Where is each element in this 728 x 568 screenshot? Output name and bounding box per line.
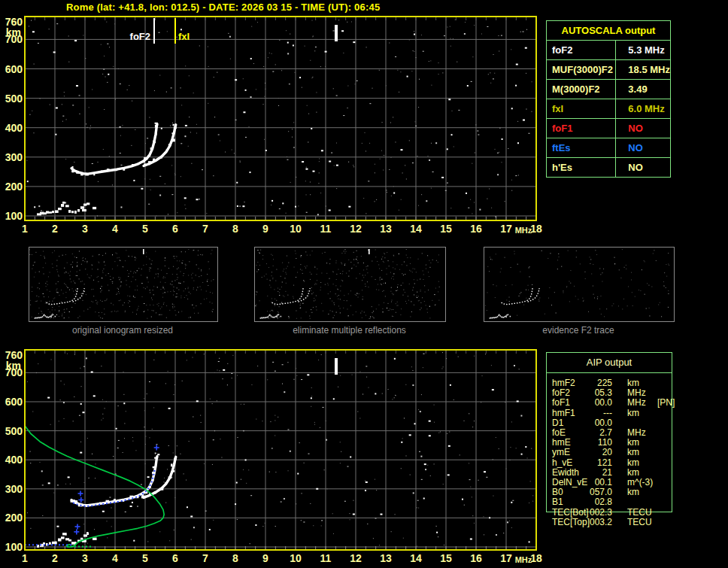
svg-text:12: 12 xyxy=(350,223,362,235)
autoscala-row: fxI6.0 MHz xyxy=(547,99,671,119)
aip-note xyxy=(642,478,672,488)
svg-text:200: 200 xyxy=(5,181,23,193)
aip-param: hmF1 xyxy=(552,409,588,418)
aip-row: h_vE121km xyxy=(547,458,672,468)
svg-text:100: 100 xyxy=(5,541,23,553)
autoscala-row: foF1NO xyxy=(547,119,671,138)
aip-note xyxy=(642,378,672,388)
autoscala-output-table: AUTOSCALA output foF25.3 MHzMUF(3000)F21… xyxy=(546,20,671,178)
svg-text:16: 16 xyxy=(470,223,482,235)
page-title: Rome (lat: +41.8, lon: 012.5) - DATE: 20… xyxy=(66,2,380,13)
aip-note xyxy=(642,448,672,457)
aip-value: 00.0 xyxy=(588,398,612,408)
aip-row: TEC[Top]003.2TECU xyxy=(547,518,672,527)
aip-param: B1 xyxy=(552,497,588,507)
aip-note xyxy=(642,438,672,448)
aip-note xyxy=(642,508,672,518)
autoscala-param: MUF(3000)F2 xyxy=(547,60,616,80)
profile-plot-bottom: 760km70060050040030020010012345678910111… xyxy=(0,345,545,568)
thumbnail-caption-2: eliminate multiple reflections xyxy=(254,325,444,336)
svg-text:15: 15 xyxy=(440,552,452,564)
aip-note xyxy=(642,418,672,428)
aip-unit: MHz xyxy=(612,398,642,408)
aip-row: hmF1---km xyxy=(547,409,672,418)
svg-text:17: 17 xyxy=(500,223,512,235)
autoscala-value: NO xyxy=(616,158,671,178)
aip-note xyxy=(642,488,672,497)
thumbnail-evidence-f2-trace xyxy=(484,247,675,322)
autoscala-row: h'EsNO xyxy=(547,158,671,178)
svg-text:3: 3 xyxy=(82,552,88,564)
aip-unit: TECU xyxy=(612,518,642,527)
svg-text:13: 13 xyxy=(380,223,392,235)
thumbnail-caption-3: evidence F2 trace xyxy=(484,325,673,336)
aip-param: h_vE xyxy=(552,458,588,468)
svg-text:MHz: MHz xyxy=(515,226,532,235)
svg-text:15: 15 xyxy=(440,223,452,235)
autoscala-row: MUF(3000)F218.5 MHz xyxy=(547,60,671,80)
svg-text:8: 8 xyxy=(232,552,238,564)
aip-output-table: AIP output hmF2225kmfoF205.3MHzfoF100.0M… xyxy=(546,352,672,512)
aip-unit xyxy=(612,497,642,507)
aip-value: 20 xyxy=(588,448,612,457)
autoscala-param: h'Es xyxy=(547,158,616,178)
aip-value: 02.8 xyxy=(588,497,612,507)
aip-row: foF100.0MHz[PN] xyxy=(547,398,672,408)
svg-text:18: 18 xyxy=(530,552,542,564)
thumbnail-original-ionogram xyxy=(29,247,218,322)
autoscala-param: foF1 xyxy=(547,119,616,138)
svg-text:12: 12 xyxy=(350,552,362,564)
svg-text:18: 18 xyxy=(530,223,542,235)
aip-unit: km xyxy=(612,448,642,457)
svg-text:400: 400 xyxy=(5,122,23,134)
autoscala-value: NO xyxy=(616,119,671,138)
svg-text:2: 2 xyxy=(52,552,58,564)
svg-text:13: 13 xyxy=(380,552,392,564)
autoscala-value: NO xyxy=(616,138,671,158)
svg-text:300: 300 xyxy=(5,483,23,495)
aip-row: TEC[Bot]002.3TECU xyxy=(547,508,672,518)
svg-text:5: 5 xyxy=(142,552,148,564)
svg-text:4: 4 xyxy=(112,552,118,564)
aip-value: --- xyxy=(588,409,612,418)
autoscala-table-title: AUTOSCALA output xyxy=(547,21,671,41)
svg-text:10: 10 xyxy=(290,552,302,564)
svg-text:14: 14 xyxy=(410,552,422,564)
svg-text:10: 10 xyxy=(290,223,302,235)
aip-param: foF1 xyxy=(552,398,588,408)
autoscala-row: M(3000)F23.49 xyxy=(547,80,671,99)
svg-text:7: 7 xyxy=(202,223,208,235)
aip-value: 002.3 xyxy=(588,508,612,518)
autoscala-value: 5.3 MHz xyxy=(616,41,671,60)
svg-text:2: 2 xyxy=(52,223,58,235)
aip-note xyxy=(642,409,672,418)
aip-param: ymE xyxy=(552,448,588,457)
svg-text:8: 8 xyxy=(232,223,238,235)
svg-text:700: 700 xyxy=(5,33,23,45)
aip-unit: km xyxy=(612,458,642,468)
svg-text:1: 1 xyxy=(22,552,28,564)
svg-text:6: 6 xyxy=(172,223,178,235)
aip-table-title: AIP output xyxy=(547,353,672,373)
svg-text:200: 200 xyxy=(5,512,23,524)
svg-text:9: 9 xyxy=(262,223,268,235)
aip-row: ymE20km xyxy=(547,448,672,457)
svg-text:400: 400 xyxy=(5,454,23,466)
svg-text:700: 700 xyxy=(5,366,23,378)
autoscala-value: 18.5 MHz xyxy=(616,60,671,80)
autoscala-value: 3.49 xyxy=(616,80,671,99)
aip-param: TEC[Top] xyxy=(552,518,588,527)
aip-unit: TECU xyxy=(612,508,642,518)
aip-unit: km xyxy=(612,488,642,497)
svg-text:1: 1 xyxy=(22,223,28,235)
svg-text:4: 4 xyxy=(112,223,118,235)
aip-note xyxy=(642,428,672,438)
svg-text:17: 17 xyxy=(500,552,512,564)
svg-text:5: 5 xyxy=(142,223,148,235)
autoscala-row: foF25.3 MHz xyxy=(547,41,671,60)
aip-unit: km xyxy=(612,409,642,418)
aip-note: [PN] xyxy=(642,398,675,408)
autoscala-row: ftEsNO xyxy=(547,138,671,158)
autoscala-param: foF2 xyxy=(547,41,616,60)
svg-text:11: 11 xyxy=(320,223,332,235)
